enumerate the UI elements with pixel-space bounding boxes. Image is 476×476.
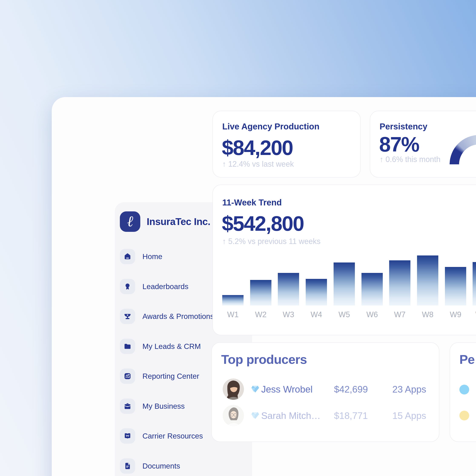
trend-bar-w1 (222, 295, 243, 306)
producer-row[interactable]: Sarah Mitch… $18,771 15 Apps (223, 405, 439, 426)
chart-report-icon (120, 369, 135, 384)
document-icon (120, 458, 135, 474)
producer-apps-count: 23 Apps (392, 384, 426, 395)
trend-bar-w5 (334, 262, 355, 306)
trend-bar-w4 (306, 279, 327, 306)
legend-dot-yellow (459, 411, 469, 420)
sidebar-item-label: Reporting Center (142, 372, 199, 380)
trend-bar-label: W10 (473, 310, 476, 319)
desktop-background: ℓ InsuraTec Inc. Home Leaderboards (0, 0, 476, 476)
trend-bar-chart: W1W2W3W4W5W6W7W8W9W10 (213, 185, 476, 335)
persistency-gauge (450, 135, 476, 178)
home-icon (120, 249, 135, 264)
live-production-value: $84,200 (222, 136, 293, 160)
sidebar-item-label: Documents (142, 462, 180, 470)
avatar (223, 378, 244, 400)
trend-bar-label: W2 (250, 310, 272, 319)
legend-dot-blue (459, 385, 469, 394)
trend-bar-label: W4 (306, 310, 327, 319)
trend-bar-label: W5 (334, 310, 355, 319)
sidebar-item-label: Carrier Resources (142, 432, 203, 440)
trophy-icon (120, 309, 135, 324)
partial-right-card: Pe (450, 342, 476, 442)
card-title: Persistency (380, 122, 427, 131)
folder-icon (120, 339, 135, 354)
diamond-icon (251, 412, 259, 420)
brand-name: InsuraTec Inc. (147, 216, 210, 227)
sidebar-item-documents[interactable]: Documents (120, 458, 248, 474)
trend-bar-label: W8 (417, 310, 438, 319)
sidebar-item-label: My Leads & CRM (142, 342, 201, 351)
producer-name: Sarah Mitch… (261, 410, 321, 421)
book-icon (120, 428, 135, 444)
card-title: Live Agency Production (222, 122, 319, 131)
logo-script-l-glyph: ℓ (127, 214, 133, 229)
live-production-delta: ↑ 12.4% vs last week (222, 160, 294, 169)
producer-amount: $42,699 (334, 384, 368, 395)
producer-name: Jess Wrobel (261, 384, 312, 395)
trend-bar-w2 (250, 280, 272, 306)
trend-bar-label: W6 (361, 310, 383, 319)
top-producers-card: Top producers Jess Wrobel $42 (211, 342, 439, 442)
sidebar-item-label: Home (142, 252, 162, 261)
trend-card: 11-Week Trend $542,800 ↑ 5.2% vs previou… (212, 185, 476, 335)
producer-apps-count: 15 Apps (392, 410, 426, 421)
sidebar-item-label: Awards & Promotions (142, 312, 214, 321)
trend-bar-label: W1 (222, 310, 243, 319)
sidebar-item-label: My Business (142, 402, 185, 410)
trend-bar-w9 (445, 267, 466, 306)
persistency-value: 87% (379, 132, 419, 156)
brand-logo-icon: ℓ (120, 211, 140, 232)
trend-bar-w10 (473, 262, 476, 306)
trend-bar-w3 (278, 273, 299, 306)
persistency-card: Persistency 87% ↑ 0.6% this month (370, 111, 476, 178)
producer-amount: $18,771 (334, 410, 368, 421)
trend-bar-w8 (417, 255, 438, 306)
brand[interactable]: ℓ InsuraTec Inc. (120, 211, 210, 232)
trend-bar-label: W3 (278, 310, 299, 319)
live-agency-production-card: Live Agency Production $84,200 ↑ 12.4% v… (212, 111, 361, 178)
diamond-icon (251, 386, 259, 394)
top-producers-title: Top producers (221, 352, 307, 367)
briefcase-icon (120, 398, 135, 414)
sidebar-item-label: Leaderboards (142, 282, 188, 291)
producer-row[interactable]: Jess Wrobel $42,699 23 Apps (223, 378, 439, 400)
trend-bar-label: W7 (389, 310, 410, 319)
partial-card-title: Pe (459, 352, 475, 367)
avatar (223, 405, 244, 426)
trend-bar-w6 (361, 273, 383, 306)
persistency-delta: ↑ 0.6% this month (380, 155, 441, 164)
medal-icon (120, 279, 135, 294)
trend-bar-w7 (389, 260, 410, 306)
trend-bar-label: W9 (445, 310, 466, 319)
